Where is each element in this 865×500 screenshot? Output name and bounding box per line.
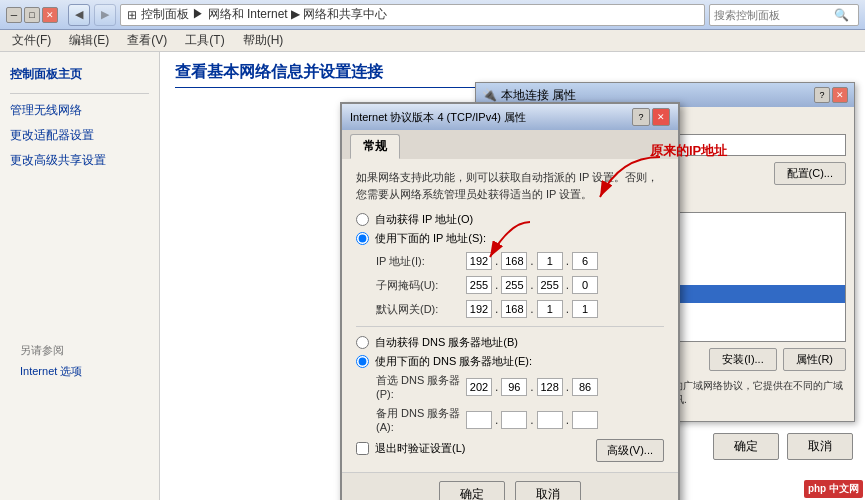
- outer-cancel-button[interactable]: 取消: [787, 433, 853, 460]
- main-layout: 控制面板主页 管理无线网络 更改适配器设置 更改高级共享设置 另请参阅 Inte…: [0, 52, 865, 500]
- gateway-octet-4[interactable]: [572, 300, 598, 318]
- pref-dns-octet-1[interactable]: [466, 378, 492, 396]
- dialog-description: 如果网络支持此功能，则可以获取自动指派的 IP 设置。否则， 您需要从网络系统管…: [356, 169, 664, 202]
- ip-address-row: IP 地址(I): . . .: [356, 252, 664, 270]
- sidebar-divider: [10, 93, 149, 94]
- configure-button[interactable]: 配置(C)...: [774, 162, 846, 185]
- dns-divider: [356, 326, 664, 327]
- dialog-title-text: Internet 协议版本 4 (TCP/IPv4) 属性: [350, 110, 526, 125]
- window-controls[interactable]: ─ □ ✕: [6, 7, 58, 23]
- outer-ok-button[interactable]: 确定: [713, 433, 779, 460]
- sidebar-home-link[interactable]: 控制面板主页: [0, 60, 159, 89]
- manual-ip-radio[interactable]: [356, 232, 369, 245]
- subnet-label: 子网掩码(U):: [376, 278, 466, 293]
- install-button[interactable]: 安装(I)...: [709, 348, 777, 371]
- subnet-octet-3[interactable]: [537, 276, 563, 294]
- sidebar-adapter-link[interactable]: 更改适配器设置: [0, 123, 159, 148]
- alt-dns-octet-3[interactable]: [537, 411, 563, 429]
- search-input[interactable]: [714, 9, 834, 21]
- search-icon[interactable]: 🔍: [834, 8, 849, 22]
- ip-octet-3[interactable]: [537, 252, 563, 270]
- menu-help[interactable]: 帮助(H): [235, 30, 292, 51]
- subnet-row: 子网掩码(U): . . .: [356, 276, 664, 294]
- dialog-title-buttons[interactable]: ? ✕: [632, 108, 670, 126]
- tcpipv4-dialog: Internet 协议版本 4 (TCP/IPv4) 属性 ? ✕ 常规 如果网…: [340, 102, 680, 500]
- dialog-footer: 确定 取消: [342, 472, 678, 500]
- adapter-help-button[interactable]: ?: [814, 87, 830, 103]
- alternate-dns-row: 备用 DNS 服务器(A): . . .: [356, 406, 664, 433]
- sidebar-see-also-label: 另请参阅: [10, 337, 149, 360]
- minimize-button[interactable]: ─: [6, 7, 22, 23]
- manual-ip-row: 使用下面的 IP 地址(S):: [356, 231, 664, 246]
- alternate-dns-input-group: . . .: [466, 411, 598, 429]
- alternate-dns-label: 备用 DNS 服务器(A):: [376, 406, 466, 433]
- nav-forward-button[interactable]: ▶: [94, 4, 116, 26]
- ip-octet-1[interactable]: [466, 252, 492, 270]
- outer-button-row: 确定 取消: [713, 433, 853, 460]
- ip-octet-2[interactable]: [501, 252, 527, 270]
- search-bar[interactable]: 🔍: [709, 4, 859, 26]
- gateway-octet-3[interactable]: [537, 300, 563, 318]
- adapter-close-button[interactable]: ✕: [832, 87, 848, 103]
- breadcrumb: ⊞ 控制面板 ▶ 网络和 Internet ▶ 网络和共享中心: [120, 4, 705, 26]
- title-bar: ─ □ ✕ ◀ ▶ ⊞ 控制面板 ▶ 网络和 Internet ▶ 网络和共享中…: [0, 0, 865, 30]
- auto-dns-label: 自动获得 DNS 服务器地址(B): [375, 335, 518, 350]
- sidebar: 控制面板主页 管理无线网络 更改适配器设置 更改高级共享设置 另请参阅 Inte…: [0, 52, 160, 500]
- dialog-close-button[interactable]: ✕: [652, 108, 670, 126]
- auto-ip-row: 自动获得 IP 地址(O): [356, 212, 664, 227]
- adapter-window-title-text: 本地连接 属性: [501, 87, 576, 104]
- gateway-octet-2[interactable]: [501, 300, 527, 318]
- dialog-ok-button[interactable]: 确定: [439, 481, 505, 500]
- dns-section: 自动获得 DNS 服务器地址(B) 使用下面的 DNS 服务器地址(E): 首选…: [356, 335, 664, 433]
- auto-ip-label: 自动获得 IP 地址(O): [375, 212, 473, 227]
- menu-file[interactable]: 文件(F): [4, 30, 59, 51]
- preferred-dns-label: 首选 DNS 服务器(P):: [376, 373, 466, 400]
- maximize-button[interactable]: □: [24, 7, 40, 23]
- close-window-button[interactable]: ✕: [42, 7, 58, 23]
- ip-label: IP 地址(I):: [376, 254, 466, 269]
- menu-edit[interactable]: 编辑(E): [61, 30, 117, 51]
- auto-dns-radio[interactable]: [356, 336, 369, 349]
- ip-octet-4[interactable]: [572, 252, 598, 270]
- dialog-cancel-button[interactable]: 取消: [515, 481, 581, 500]
- php-badge: php 中文网: [804, 480, 863, 498]
- manual-ip-label: 使用下面的 IP 地址(S):: [375, 231, 486, 246]
- menu-tools[interactable]: 工具(T): [177, 30, 232, 51]
- manual-dns-label: 使用下面的 DNS 服务器地址(E):: [375, 354, 532, 369]
- sidebar-internet-options-link[interactable]: Internet 选项: [10, 360, 149, 383]
- validate-label: 退出时验证设置(L): [375, 441, 465, 456]
- validate-checkbox[interactable]: [356, 442, 369, 455]
- gateway-row: 默认网关(D): . . .: [356, 300, 664, 318]
- sidebar-sharing-link[interactable]: 更改高级共享设置: [0, 148, 159, 173]
- pref-dns-octet-4[interactable]: [572, 378, 598, 396]
- content-area: 查看基本网络信息并设置连接 🔌 本地连接 属性 ? ✕ 连接时使用： amily…: [160, 52, 865, 500]
- tab-general[interactable]: 常规: [350, 134, 400, 159]
- adapter-window-icon: 🔌: [482, 88, 497, 102]
- subnet-input-group: . . .: [466, 276, 598, 294]
- auto-ip-radio[interactable]: [356, 213, 369, 226]
- nav-back-button[interactable]: ◀: [68, 4, 90, 26]
- gateway-input-group: . . .: [466, 300, 598, 318]
- ip-input-group: . . .: [466, 252, 598, 270]
- advanced-button[interactable]: 高级(V)...: [596, 439, 664, 462]
- gateway-octet-1[interactable]: [466, 300, 492, 318]
- validate-row: 退出时验证设置(L): [356, 441, 465, 456]
- subnet-octet-1[interactable]: [466, 276, 492, 294]
- breadcrumb-icon: ⊞: [127, 8, 137, 22]
- gateway-label: 默认网关(D):: [376, 302, 466, 317]
- menu-view[interactable]: 查看(V): [119, 30, 175, 51]
- sidebar-wireless-link[interactable]: 管理无线网络: [0, 98, 159, 123]
- menu-bar: 文件(F) 编辑(E) 查看(V) 工具(T) 帮助(H): [0, 30, 865, 52]
- alt-dns-octet-1[interactable]: [466, 411, 492, 429]
- subnet-octet-4[interactable]: [572, 276, 598, 294]
- manual-dns-radio[interactable]: [356, 355, 369, 368]
- alt-dns-octet-4[interactable]: [572, 411, 598, 429]
- pref-dns-octet-3[interactable]: [537, 378, 563, 396]
- pref-dns-octet-2[interactable]: [501, 378, 527, 396]
- dialog-help-button[interactable]: ?: [632, 108, 650, 126]
- properties-button[interactable]: 属性(R): [783, 348, 846, 371]
- breadcrumb-text: 控制面板 ▶ 网络和 Internet ▶ 网络和共享中心: [141, 6, 387, 23]
- preferred-dns-row: 首选 DNS 服务器(P): . . .: [356, 373, 664, 400]
- alt-dns-octet-2[interactable]: [501, 411, 527, 429]
- subnet-octet-2[interactable]: [501, 276, 527, 294]
